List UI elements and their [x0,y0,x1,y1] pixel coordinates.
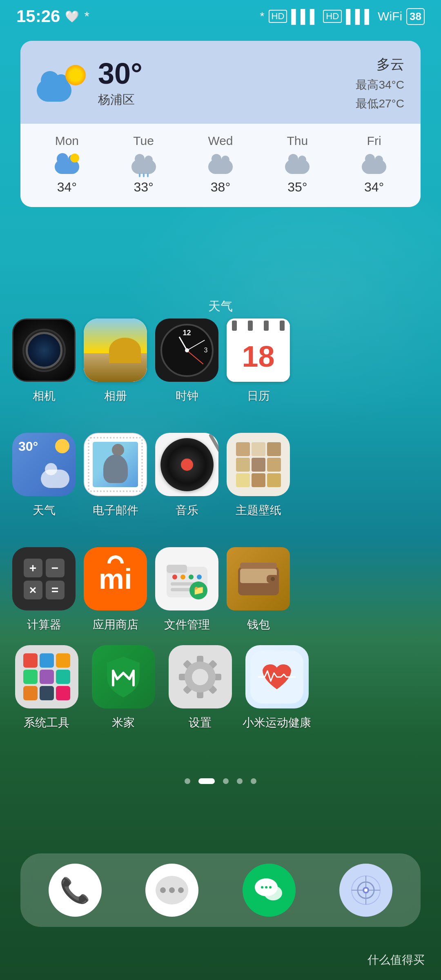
page-dot-4 [237,778,243,784]
app-weather[interactable]: 30° 天气 [12,433,76,518]
svg-point-5 [197,575,202,579]
systools-label: 系统工具 [24,715,69,731]
app-calculator[interactable]: + − × = 计算器 [12,547,76,633]
wechat-icon [243,864,296,917]
cloud-blue [37,79,71,102]
app-calendar[interactable]: 18 日历 [227,318,290,404]
signal-icon: ▌▌▌ [291,9,319,24]
files-icon: 📁 [155,547,218,610]
forecast-tue-temp: 33° [134,180,153,195]
dock-phone[interactable]: 📞 [31,864,120,917]
forecast-fri: Fri 34° [362,134,386,195]
forecast-fri-label: Fri [367,134,381,148]
app-email[interactable]: 电子邮件 [84,433,147,518]
dock-browser[interactable] [322,864,411,917]
forecast-mon-temp: 34° [57,180,77,195]
calculator-icon: + − × = [12,547,76,610]
app-wallet[interactable]: 钱包 [227,547,290,633]
photos-label: 相册 [104,388,127,404]
settings-label: 设置 [189,715,212,731]
signal2-icon: ▌▌▌ [346,9,374,24]
svg-point-40 [265,886,267,889]
svg-point-14 [271,577,275,581]
app-grid-row2: 30° 天气 电子邮件 音乐 [0,433,302,518]
messages-icon [145,864,198,917]
dock-messages[interactable] [128,864,217,917]
forecast-wed: Wed 38° [208,134,233,195]
music-icon [155,433,218,496]
forecast-tue: Tue 33° [131,134,156,195]
battery-indicator: 38 [406,8,425,25]
svg-rect-18 [56,653,70,668]
app-grid-row1: 相机 相册 12 3 时钟 [0,318,302,404]
weather-widget[interactable]: 30° 杨浦区 多云 最高34°C 最低27°C Mon 34° Tue 33° [20,41,421,207]
svg-point-2 [172,575,177,579]
weather-temperature: 30° [98,59,356,88]
calculator-label: 计算器 [27,617,61,633]
app-mihome[interactable]: 米家 [89,645,158,731]
weather-description: 多云 [356,55,404,74]
wallet-icon [227,547,290,610]
bottom-label: 什么值得买 [368,953,425,966]
forecast-tue-label: Tue [133,134,154,148]
browser-icon [339,864,392,917]
app-grid-row4: 系统工具 米家 [0,645,323,731]
dock-wechat[interactable] [225,864,314,917]
files-label: 文件管理 [164,617,210,633]
svg-rect-16 [23,653,38,668]
photos-icon [84,318,147,382]
sun-icon [65,65,86,85]
app-themes[interactable]: 主题壁纸 [227,433,290,518]
wifi-icon: WiFi [378,9,402,23]
forecast-fri-icon [362,154,386,174]
settings-icon [169,645,232,708]
svg-point-47 [364,889,368,892]
forecast-mon-icon [55,154,79,174]
email-icon [84,433,147,496]
app-camera[interactable]: 相机 [12,318,76,404]
app-clock[interactable]: 12 3 时钟 [155,318,218,404]
page-indicator [0,778,441,784]
app-systools[interactable]: 系统工具 [12,645,81,731]
app-photos[interactable]: 相册 [84,318,147,404]
app-health[interactable]: 小米运动健康 [243,645,311,731]
app-settings[interactable]: 设置 [166,645,234,731]
mihome-icon [92,645,155,708]
weather-low: 最低27°C [356,96,404,111]
forecast-thu-icon [285,154,310,174]
svg-rect-23 [40,686,54,700]
clock-icon: 12 3 [155,318,218,382]
forecast-mon-label: Mon [55,134,79,148]
appstore-icon: mi [84,547,147,610]
forecast-wed-icon [208,154,233,174]
status-time: 15:26 [16,7,60,26]
battery-level: 38 [410,10,421,23]
svg-rect-17 [40,653,54,668]
svg-rect-1 [167,565,187,573]
weather-main-icon [37,65,86,102]
bluetooth-right-icon: * [260,10,265,23]
forecast-wed-label: Wed [208,134,233,148]
page-dot-1 [185,778,190,784]
svg-point-3 [180,575,185,579]
page-dot-5 [251,778,256,784]
svg-rect-24 [56,686,70,700]
app-files[interactable]: 📁 文件管理 [155,547,218,633]
forecast-thu: Thu 35° [285,134,310,195]
status-left: 15:26 🤍 * [16,7,89,26]
forecast-thu-label: Thu [287,134,308,148]
page-dot-3 [223,778,229,784]
camera-label: 相机 [33,388,56,404]
phone-icon: 📞 [49,864,102,917]
appstore-label: 应用商店 [93,617,138,633]
app-store[interactable]: mi 应用商店 [84,547,147,633]
mihome-label: 米家 [112,715,135,731]
clock-label: 时钟 [176,388,198,404]
app-music[interactable]: 音乐 [155,433,218,518]
status-bar: 15:26 🤍 * * HD ▌▌▌ HD ▌▌▌ WiFi 38 [0,0,441,33]
weather-top: 30° 杨浦区 多云 最高34°C 最低27°C [20,41,421,124]
svg-rect-19 [23,670,38,684]
health-label: 小米运动健康 [243,715,311,731]
weather-app-label: 天气 [33,503,56,518]
heart-icon: 🤍 [65,10,79,23]
